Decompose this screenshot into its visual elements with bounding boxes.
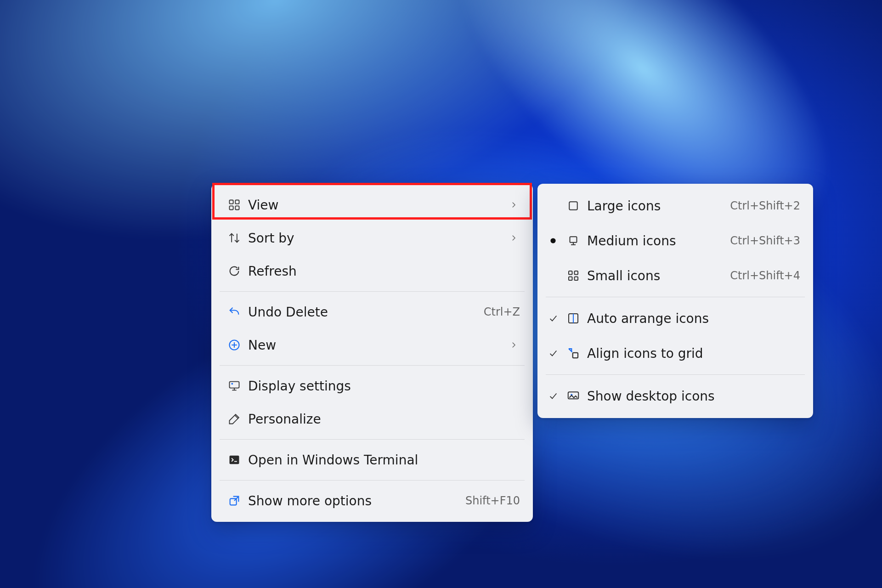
submenu-item-align-to-grid[interactable]: Align icons to grid	[537, 336, 813, 371]
submenu-item-show-desktop-icons[interactable]: Show desktop icons	[537, 379, 813, 413]
plus-circle-icon	[224, 339, 244, 351]
menu-separator	[220, 480, 525, 481]
menu-item-shortcut: Ctrl+Z	[476, 305, 520, 318]
align-grid-icon	[562, 346, 584, 360]
svg-rect-18	[573, 353, 578, 358]
submenu-item-small-icons[interactable]: Small icons Ctrl+Shift+4	[537, 258, 813, 293]
menu-item-label: Refresh	[244, 264, 520, 279]
large-icons-icon	[562, 199, 584, 213]
menu-item-personalize[interactable]: Personalize	[211, 402, 533, 435]
svg-rect-15	[569, 277, 572, 281]
submenu-item-label: Medium icons	[584, 233, 730, 249]
menu-item-label: Display settings	[244, 379, 520, 394]
submenu-item-shortcut: Ctrl+Shift+4	[730, 269, 800, 282]
menu-item-undo-delete[interactable]: Undo Delete Ctrl+Z	[211, 295, 533, 328]
menu-item-label: Undo Delete	[244, 305, 476, 320]
menu-item-label: Open in Windows Terminal	[244, 452, 520, 468]
menu-item-new[interactable]: New	[211, 328, 533, 362]
svg-rect-10	[569, 202, 577, 210]
menu-item-label: View	[244, 198, 507, 213]
sort-arrows-icon	[224, 232, 244, 244]
desktop-context-menu: View Sort by Refresh	[211, 184, 533, 522]
submenu-item-large-icons[interactable]: Large icons Ctrl+Shift+2	[537, 188, 813, 223]
menu-item-shortcut: Shift+F10	[458, 494, 520, 507]
menu-item-label: New	[244, 338, 507, 353]
radio-mark-selected	[544, 237, 562, 244]
svg-rect-14	[575, 271, 578, 275]
svg-rect-7	[230, 456, 239, 464]
menu-separator	[220, 365, 525, 366]
svg-rect-1	[235, 200, 239, 204]
svg-point-6	[231, 383, 233, 384]
menu-item-sort-by[interactable]: Sort by	[211, 221, 533, 254]
grid-icon	[224, 198, 244, 211]
brush-icon	[224, 413, 244, 425]
submenu-item-label: Large icons	[584, 198, 730, 214]
chevron-right-icon	[507, 201, 520, 209]
submenu-item-medium-icons[interactable]: Medium icons Ctrl+Shift+3	[537, 223, 813, 258]
auto-arrange-icon	[562, 311, 584, 325]
menu-separator	[220, 291, 525, 292]
check-mark-icon	[544, 348, 562, 358]
check-mark-icon	[544, 391, 562, 401]
terminal-icon	[224, 453, 244, 466]
svg-rect-12	[570, 237, 577, 243]
submenu-item-auto-arrange[interactable]: Auto arrange icons	[537, 301, 813, 336]
submenu-item-shortcut: Ctrl+Shift+2	[730, 199, 800, 212]
svg-rect-5	[230, 382, 239, 388]
menu-separator	[546, 297, 805, 297]
submenu-item-label: Align icons to grid	[584, 346, 800, 361]
medium-icons-icon	[562, 234, 584, 248]
show-desktop-icon	[562, 389, 584, 403]
check-mark-icon	[544, 313, 562, 323]
menu-item-label: Show more options	[244, 493, 458, 509]
menu-item-label: Personalize	[244, 412, 520, 427]
refresh-icon	[224, 265, 244, 277]
chevron-right-icon	[507, 341, 520, 349]
open-external-icon	[224, 494, 244, 507]
view-submenu: Large icons Ctrl+Shift+2 Medium icons Ct…	[537, 184, 813, 418]
submenu-item-shortcut: Ctrl+Shift+3	[730, 234, 800, 247]
small-icons-icon	[562, 269, 584, 283]
svg-rect-0	[230, 200, 233, 204]
menu-item-show-more-options[interactable]: Show more options Shift+F10	[211, 484, 533, 517]
chevron-right-icon	[507, 234, 520, 242]
menu-item-windows-terminal[interactable]: Open in Windows Terminal	[211, 443, 533, 476]
menu-item-refresh[interactable]: Refresh	[211, 254, 533, 288]
display-settings-icon	[224, 379, 244, 392]
submenu-item-label: Show desktop icons	[584, 389, 800, 404]
undo-icon	[224, 305, 244, 318]
svg-rect-2	[230, 206, 233, 209]
menu-item-view[interactable]: View	[211, 188, 533, 221]
svg-rect-3	[235, 206, 239, 209]
svg-rect-16	[575, 277, 578, 281]
menu-item-label: Sort by	[244, 231, 507, 246]
svg-point-11	[550, 238, 555, 243]
menu-separator	[220, 439, 525, 440]
menu-separator	[546, 374, 805, 375]
submenu-item-label: Auto arrange icons	[584, 311, 800, 326]
svg-rect-13	[569, 271, 572, 275]
submenu-item-label: Small icons	[584, 268, 730, 283]
menu-item-display-settings[interactable]: Display settings	[211, 369, 533, 402]
